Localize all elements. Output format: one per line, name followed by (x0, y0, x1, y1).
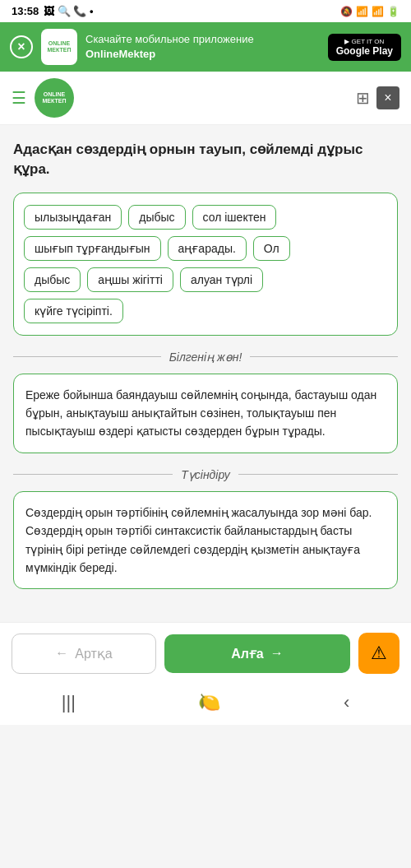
word-chip[interactable]: алуан түрлі (180, 267, 263, 292)
knowledge-card: Ереже бойынша баяндауыш сөйлемнің соңынд… (13, 374, 398, 453)
word-card: ылызыңдаған дыбыс сол ішектен шығып тұрғ… (13, 193, 398, 336)
status-time: 13:58 🖼 🔍 📞 • (12, 5, 94, 17)
word-row-2: шығып тұрғандығын аңғарады. Ол (24, 236, 387, 261)
word-row-3: дыбыс аңшы жігітті алуан түрлі (24, 267, 387, 292)
word-chip[interactable]: Ол (253, 236, 290, 261)
hamburger-menu-icon[interactable]: ☰ (12, 88, 26, 108)
status-bar: 13:58 🖼 🔍 📞 • 🔕 📶 📶 🔋 (0, 0, 411, 22)
question-title: Адасқан сөздердің орнын тауып, сөйлемді … (13, 140, 398, 179)
system-nav-bar: ||| 🍋 ‹ (0, 684, 411, 725)
knowledge-label: Білгенің жөн! (169, 350, 242, 364)
word-chip[interactable]: дыбыс (128, 205, 185, 230)
back-label: Артқа (75, 646, 112, 661)
main-content: Адасқан сөздердің орнын тауып, сөйлемді … (0, 125, 411, 614)
banner-close-button[interactable]: × (10, 35, 33, 58)
word-chip[interactable]: аңшы жігітті (87, 267, 173, 292)
explanation-card: Сөздердің орын тәртібінің сөйлемнің жаса… (13, 491, 398, 590)
warning-icon: ⚠ (371, 643, 387, 664)
google-play-button[interactable]: ▶ GET IT ON Google Play (328, 34, 401, 61)
forward-label: Алға (231, 646, 264, 661)
sys-nav-home-icon[interactable]: 🍋 (198, 692, 220, 713)
word-chip[interactable]: сол ішектен (192, 205, 277, 230)
word-chip[interactable]: күйге түсіріпті. (24, 299, 123, 323)
back-button[interactable]: ← Артқа (12, 634, 156, 674)
warning-button[interactable]: ⚠ (358, 633, 399, 674)
nav-logo: ONLINE МЕКТЕП (35, 78, 74, 118)
word-row-4: күйге түсіріпті. (24, 299, 387, 323)
top-nav: ☰ ONLINE МЕКТЕП ⊞ × (0, 72, 411, 125)
forward-button[interactable]: Алға → (164, 634, 350, 673)
word-row-1: ылызыңдаған дыбыс сол ішектен (24, 205, 387, 230)
nav-close-button[interactable]: × (376, 86, 399, 109)
forward-arrow-icon: → (270, 646, 284, 661)
back-arrow-icon: ← (55, 646, 68, 661)
sys-nav-menu-icon[interactable]: ||| (62, 692, 76, 713)
knowledge-divider: Білгенің жөн! (13, 350, 398, 364)
sys-nav-back-icon[interactable]: ‹ (344, 692, 349, 713)
word-chip[interactable]: шығып тұрғандығын (24, 236, 161, 261)
app-banner: × ONLINE МЕКТЕП Скачайте мобильное прило… (0, 22, 411, 72)
word-chip[interactable]: аңғарады. (168, 236, 247, 261)
explanation-divider: Түсіндіру (13, 468, 398, 481)
word-chip[interactable]: ылызыңдаған (24, 205, 122, 230)
banner-logo: ONLINE МЕКТЕП (41, 29, 77, 65)
explanation-label: Түсіндіру (181, 468, 230, 481)
bottom-nav: ← Артқа Алға → ⚠ (0, 622, 411, 684)
banner-text: Скачайте мобильное приложение OnlineMekt… (85, 32, 320, 62)
status-icons: 🔕 📶 📶 🔋 (340, 6, 399, 17)
word-chip[interactable]: дыбыс (24, 267, 81, 292)
grid-view-icon[interactable]: ⊞ (356, 88, 370, 108)
